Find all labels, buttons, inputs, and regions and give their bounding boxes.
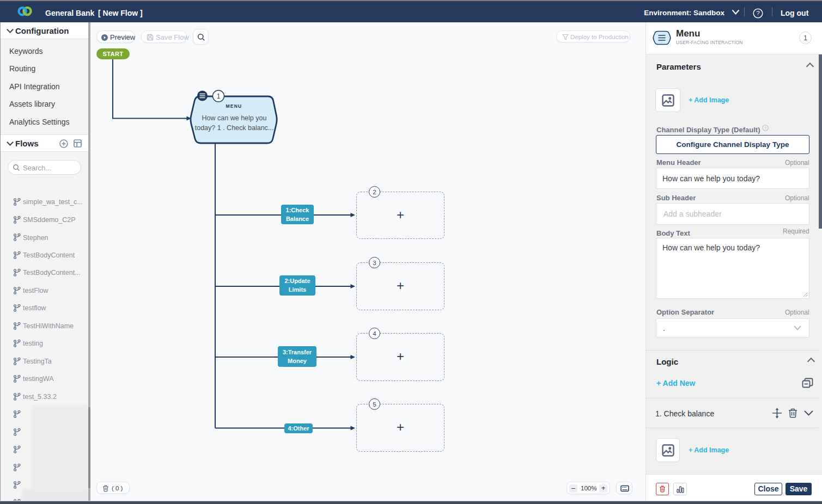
svg-text:?: ? bbox=[764, 126, 766, 131]
